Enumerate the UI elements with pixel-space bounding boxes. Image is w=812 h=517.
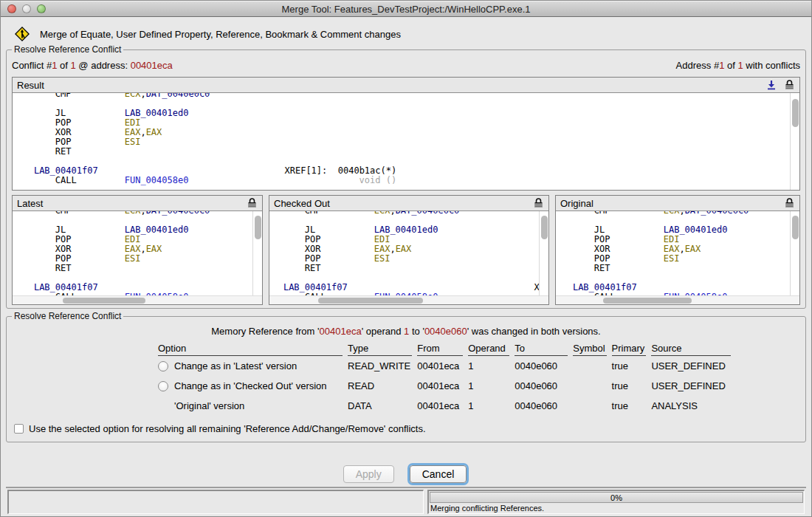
option-label-latest: Change as in 'Latest' version — [174, 360, 297, 372]
original-vertical-scrollbar[interactable] — [790, 211, 799, 295]
checked-out-vertical-scrollbar[interactable] — [539, 211, 548, 295]
cell-from: 00401eca — [417, 396, 463, 416]
progress-bar: 0% — [430, 492, 803, 503]
cell-primary: true — [612, 356, 647, 376]
asm-line: RET — [13, 147, 790, 157]
conflict-table: OptionTypeFromOperandToSymbolPrimarySour… — [153, 343, 736, 416]
latest-listing: CMP ECX,DAT_0040e0c0 JL LAB_00401ed0 POP… — [13, 211, 252, 295]
address-counter: Address #1 of 1 with conflicts — [676, 60, 800, 71]
cell-operand: 1 — [468, 376, 509, 396]
asm-line: RET — [13, 264, 252, 273]
apply-button[interactable]: Apply — [343, 465, 394, 483]
cell-type: READ — [348, 376, 412, 396]
checked-out-panel: Checked Out CMP — [269, 195, 549, 305]
result-panel-title: Result — [17, 80, 760, 91]
latest-horizontal-scrollbar[interactable] — [13, 295, 262, 304]
cell-to: 0040e060 — [515, 356, 568, 376]
progress-area: 0% Merging conflicting References. — [427, 490, 805, 514]
cell-type: READ_WRITE — [348, 356, 412, 376]
column-header-to: To — [515, 343, 568, 356]
result-listing: CMP ECX,DAT_0040e0c0 JL LAB_00401ed0 POP… — [13, 93, 790, 190]
original-listing: CMP ECX,DAT_0040e0c0 JL LAB_00401ed0 POP… — [556, 211, 790, 295]
radio-latest[interactable] — [158, 361, 168, 372]
option-label-checked-out: Change as in 'Checked Out' version — [174, 380, 327, 391]
cell-symbol — [573, 396, 606, 416]
conflict-table-header: OptionTypeFromOperandToSymbolPrimarySour… — [158, 343, 731, 356]
asm-line: RET — [556, 264, 790, 273]
group-legend: Resolve Reference Conflict — [12, 311, 123, 321]
original-panel-title: Original — [560, 198, 777, 209]
conflict-row-latest: Change as in 'Latest' versionREAD_WRITE0… — [158, 356, 731, 376]
column-header-option: Option — [158, 343, 343, 356]
asm-line: CALL FUN_004058e0 void () — [13, 176, 790, 185]
cell-symbol — [573, 356, 606, 376]
cell-operand: 1 — [468, 396, 509, 416]
resolve-conflict-group-top: Resolve Reference Conflict Conflict #1 o… — [6, 49, 806, 309]
cell-from: 00401eca — [417, 376, 463, 396]
option-label-original: 'Original' version — [174, 400, 244, 411]
merge-tool-window: Merge Tool: Features_DevTestProject:/Win… — [0, 0, 812, 517]
merge-phase-header: Merge of Equate, User Defined Property, … — [14, 25, 806, 43]
cell-primary: true — [612, 396, 647, 416]
asm-line: CMP ECX,DAT_0040e0c0 — [13, 93, 790, 99]
column-header-symbol: Symbol — [573, 343, 606, 356]
lock-scroll-icon[interactable] — [246, 197, 258, 209]
window-title: Merge Tool: Features_DevTestProject:/Win… — [1, 4, 811, 15]
goto-conflict-icon[interactable] — [765, 79, 777, 91]
merge-warning-icon — [14, 26, 30, 42]
column-header-from: From — [417, 343, 463, 356]
latest-vertical-scrollbar[interactable] — [252, 211, 262, 295]
cancel-button[interactable]: Cancel — [410, 465, 467, 483]
column-header-source: Source — [651, 343, 731, 356]
cell-source: USER_DEFINED — [651, 376, 731, 396]
checked-out-panel-title: Checked Out — [274, 198, 526, 209]
group-legend: Resolve Reference Conflict — [12, 44, 123, 55]
cell-type: DATA — [348, 396, 412, 416]
lock-scroll-icon[interactable] — [783, 197, 795, 209]
cell-to: 0040e060 — [515, 396, 568, 416]
asm-line: RET — [269, 264, 539, 273]
cell-source: ANALYSIS — [651, 396, 731, 416]
conflict-row-checked-out: Change as in 'Checked Out' versionREAD00… — [158, 376, 731, 396]
cell-from: 00401eca — [417, 356, 463, 376]
column-header-type: Type — [348, 343, 412, 356]
cell-symbol — [573, 376, 606, 396]
original-horizontal-scrollbar[interactable] — [556, 295, 799, 304]
column-header-operand: Operand — [468, 343, 509, 356]
conflict-row-original: 'Original' versionDATA00401eca10040e060t… — [158, 396, 731, 416]
progress-message: Merging conflicting References. — [429, 503, 804, 513]
window-content: Merge of Equate, User Defined Property, … — [1, 17, 811, 516]
cell-primary: true — [612, 376, 647, 396]
use-for-all-label: Use the selected option for resolving al… — [29, 423, 426, 434]
title-bar[interactable]: Merge Tool: Features_DevTestProject:/Win… — [1, 1, 811, 17]
radio-checked-out[interactable] — [158, 381, 168, 391]
original-panel: Original CMP — [555, 195, 800, 305]
conflict-description: Memory Reference from '00401eca' operand… — [13, 326, 799, 337]
lock-scroll-icon[interactable] — [532, 197, 544, 209]
cell-source: USER_DEFINED — [651, 356, 731, 376]
checked-out-horizontal-scrollbar[interactable] — [269, 295, 548, 304]
resolve-conflict-group-bottom: Resolve Reference Conflict Memory Refere… — [6, 316, 806, 442]
conflict-counter: Conflict #1 of 1 @ address: 00401eca — [12, 60, 173, 71]
use-for-all-checkbox[interactable] — [14, 424, 24, 434]
conflict-table-body: Change as in 'Latest' versionREAD_WRITE0… — [158, 356, 731, 416]
checked-out-listing: CMP ECX,DAT_0040e0c0 JL LAB_00401ed0 POP… — [269, 211, 539, 295]
cell-to: 0040e060 — [515, 376, 568, 396]
status-message-area — [7, 490, 424, 514]
latest-panel: Latest CMP — [12, 195, 263, 305]
result-panel: Result — [12, 77, 800, 191]
status-bar: 0% Merging conflicting References. — [6, 487, 806, 516]
asm-line: POP ESI — [13, 137, 790, 147]
latest-panel-title: Latest — [17, 198, 240, 209]
lock-scroll-icon[interactable] — [783, 79, 795, 91]
cell-operand: 1 — [468, 356, 509, 376]
cancel-button-focus-ring: Cancel — [407, 463, 469, 485]
column-header-primary: Primary — [612, 343, 647, 356]
result-vertical-scrollbar[interactable] — [790, 93, 799, 190]
merge-phase-message: Merge of Equate, User Defined Property, … — [40, 29, 401, 40]
